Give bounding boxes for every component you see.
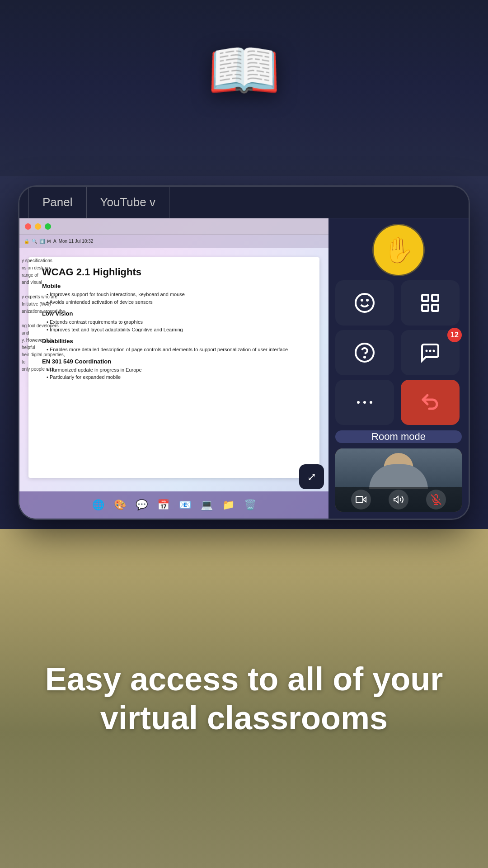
dock-trash[interactable]: 🗑️ bbox=[241, 496, 259, 514]
svg-rect-5 bbox=[422, 305, 428, 311]
left-sidebar-text: y specifications ns on desktop range of … bbox=[22, 257, 67, 373]
doc-bullet-disabilities-1: • Enables more detailed description of p… bbox=[42, 346, 306, 354]
messages-badge: 12 bbox=[447, 328, 462, 342]
apps-button[interactable] bbox=[401, 280, 460, 326]
help-button[interactable] bbox=[335, 330, 394, 375]
doc-section-en301: EN 301 549 Coordination bbox=[42, 358, 306, 365]
device-section: Panel YouTube v 🔒 🔍 ⬇️ Ⅿ bbox=[0, 176, 488, 529]
video-controls-bar bbox=[335, 487, 462, 512]
svg-rect-4 bbox=[432, 295, 438, 301]
mac-titlebar bbox=[19, 218, 328, 235]
tab-youtube[interactable]: YouTube v bbox=[87, 187, 169, 218]
help-icon bbox=[354, 342, 375, 363]
dock-outlook[interactable]: 📧 bbox=[176, 496, 194, 514]
more-button[interactable] bbox=[335, 380, 394, 425]
dock-app1[interactable]: 🎨 bbox=[111, 496, 129, 514]
tab-bar: Panel YouTube v bbox=[19, 187, 469, 218]
tab-panel[interactable]: Panel bbox=[28, 187, 87, 218]
svg-point-13 bbox=[363, 401, 366, 404]
dock-discord[interactable]: 💬 bbox=[132, 496, 150, 514]
doc-bullet-vision-2: • Improves text and layout adaptability … bbox=[42, 326, 306, 334]
doc-bullet-en301-1: • Harmonized update in progress in Europ… bbox=[42, 366, 306, 374]
mic-muted-icon bbox=[431, 494, 441, 505]
doc-bullet-vision-1: • Extends contrast requirements to graph… bbox=[42, 318, 306, 326]
dock-finder[interactable]: 📁 bbox=[219, 496, 237, 514]
mac-minimize-btn[interactable] bbox=[35, 223, 41, 230]
bottom-section: Easy access to all of your virtual class… bbox=[0, 529, 488, 868]
doc-title: WCAG 2.1 Highlights bbox=[42, 266, 306, 278]
expand-icon: ⤢ bbox=[307, 471, 316, 483]
svg-point-0 bbox=[356, 294, 374, 312]
doc-section-mobile: Mobile bbox=[42, 283, 306, 289]
video-icon bbox=[356, 494, 366, 505]
mac-dock: 🌐 🎨 💬 📅 📧 💻 📁 🗑️ bbox=[19, 491, 328, 519]
video-toggle-button[interactable] bbox=[351, 490, 371, 509]
video-preview bbox=[335, 448, 462, 512]
messages-button[interactable]: 12 bbox=[401, 330, 460, 375]
device-frame: Panel YouTube v 🔒 🔍 ⬇️ Ⅿ bbox=[18, 185, 470, 520]
raise-hand-button[interactable]: ✋ bbox=[374, 225, 423, 275]
mac-screen: 🔒 🔍 ⬇️ Ⅿ A Mon 11 Jul 10:32 y specificat… bbox=[19, 218, 328, 519]
smiley-icon bbox=[354, 292, 375, 314]
svg-rect-6 bbox=[432, 305, 438, 311]
room-mode-button[interactable]: Room mode bbox=[335, 430, 462, 443]
action-grid: 12 bbox=[335, 280, 462, 425]
device-content: 🔒 🔍 ⬇️ Ⅿ A Mon 11 Jul 10:32 y specificat… bbox=[19, 218, 469, 519]
book-icon: 📖 bbox=[207, 36, 281, 105]
svg-marker-15 bbox=[363, 497, 366, 502]
svg-rect-16 bbox=[356, 496, 363, 503]
back-button[interactable] bbox=[401, 380, 460, 425]
doc-bullet-mobile-2: • Avoids unintended activation of device… bbox=[42, 298, 306, 306]
mac-close-btn[interactable] bbox=[25, 223, 31, 230]
mac-status-icons: 🔒 🔍 ⬇️ Ⅿ A Mon 11 Jul 10:32 bbox=[24, 239, 93, 244]
svg-marker-17 bbox=[394, 496, 398, 503]
dock-calendar[interactable]: 📅 bbox=[154, 496, 172, 514]
audio-toggle-button[interactable] bbox=[389, 490, 408, 509]
mic-toggle-button[interactable] bbox=[426, 490, 446, 509]
speaker-icon bbox=[393, 494, 404, 505]
svg-point-12 bbox=[357, 401, 360, 404]
mac-maximize-btn[interactable] bbox=[45, 223, 51, 230]
messages-icon bbox=[419, 342, 441, 363]
doc-bullet-en301-2: • Particularly for expanded mobile bbox=[42, 373, 306, 381]
room-mode-label: Room mode bbox=[371, 431, 426, 443]
back-icon bbox=[419, 392, 441, 413]
right-panel: ✋ bbox=[328, 218, 469, 519]
hand-emoji: ✋ bbox=[383, 236, 414, 265]
dock-terminal[interactable]: 💻 bbox=[197, 496, 216, 514]
apps-grid-icon bbox=[419, 292, 441, 314]
mac-content-area: y specifications ns on desktop range of … bbox=[19, 248, 328, 519]
svg-point-14 bbox=[370, 401, 372, 404]
top-section: 📖 bbox=[0, 0, 488, 176]
dock-chrome[interactable]: 🌐 bbox=[89, 496, 107, 514]
doc-section-disabilities: Disabilities bbox=[42, 338, 306, 344]
svg-rect-3 bbox=[422, 295, 428, 301]
more-dots-icon bbox=[354, 392, 375, 413]
mac-topbar: 🔒 🔍 ⬇️ Ⅿ A Mon 11 Jul 10:32 bbox=[19, 235, 328, 248]
emoji-button[interactable] bbox=[335, 280, 394, 326]
expand-button[interactable]: ⤢ bbox=[299, 464, 324, 489]
doc-section-vision: Low Vision bbox=[42, 310, 306, 317]
doc-bullet-mobile-1: • Improves support for touch interaction… bbox=[42, 291, 306, 298]
document-area: WCAG 2.1 Highlights Mobile • Improves su… bbox=[28, 257, 319, 478]
bottom-headline: Easy access to all of your virtual class… bbox=[36, 660, 452, 738]
